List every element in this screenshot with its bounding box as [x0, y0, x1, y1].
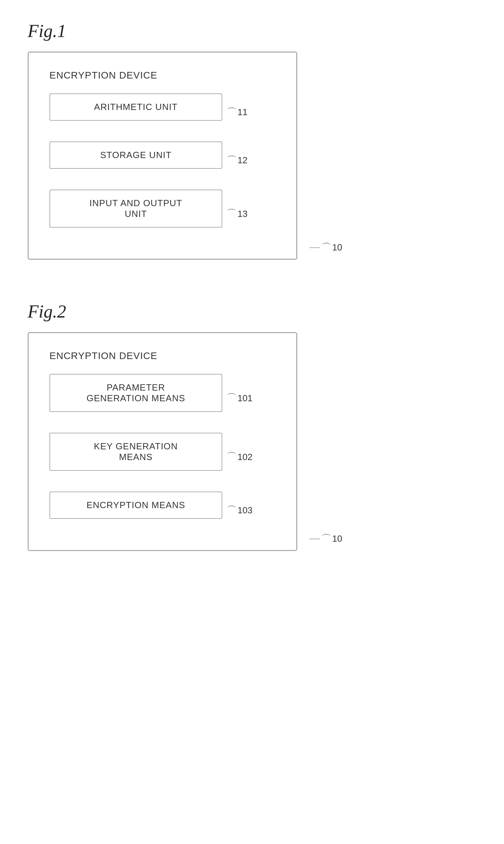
fig1-ref-12-number: 12: [237, 155, 248, 166]
fig1-storage-unit-box: STORAGE UNIT: [49, 141, 222, 169]
fig2-ref-102-number: 102: [237, 452, 252, 462]
fig2-encryption-means-box: ENCRYPTION MEANS: [49, 492, 222, 519]
fig1-io-unit-box: INPUT AND OUTPUTUNIT: [49, 190, 222, 228]
figure-1: Fig.1 ENCRYPTION DEVICE ARITHMETIC UNIT …: [28, 21, 476, 260]
fig2-outer-label: ENCRYPTION DEVICE: [49, 350, 276, 361]
fig1-ref-10-number: 10: [332, 242, 342, 253]
fig1-ref-11-number: 11: [237, 107, 248, 118]
fig2-param-gen-label: PARAMETERGENERATION MEANS: [86, 382, 185, 404]
fig2-key-gen-box: KEY GENERATIONMEANS: [49, 433, 222, 471]
fig1-row-2: STORAGE UNIT ⌒ 12: [49, 141, 248, 179]
fig2-ref-10: ⌒ 10: [309, 533, 342, 544]
fig1-ref-10: ⌒ 10: [309, 242, 342, 253]
fig1-ref-13-number: 13: [237, 209, 248, 219]
fig2-key-gen-label: KEY GENERATIONMEANS: [94, 441, 178, 462]
fig2-encryption-means-label: ENCRYPTION MEANS: [86, 500, 185, 511]
fig2-ref-103-number: 103: [237, 505, 252, 516]
fig1-storage-unit-label: STORAGE UNIT: [100, 150, 172, 160]
fig2-outer-box: ENCRYPTION DEVICE PARAMETERGENERATION ME…: [28, 332, 297, 551]
fig2-param-gen-box: PARAMETERGENERATION MEANS: [49, 374, 222, 412]
fig2-ref-102: ⌒ 102: [226, 452, 252, 462]
fig2-ref-101: ⌒ 101: [226, 393, 252, 404]
fig1-outer-box: ENCRYPTION DEVICE ARITHMETIC UNIT ⌒ 11 S…: [28, 52, 297, 260]
fig1-outer-label: ENCRYPTION DEVICE: [49, 70, 276, 81]
fig1-boxes: ARITHMETIC UNIT ⌒ 11 STORAGE UNIT ⌒ 12: [49, 93, 276, 238]
figure-2: Fig.2 ENCRYPTION DEVICE PARAMETERGENERAT…: [28, 301, 476, 551]
fig1-arithmetic-unit-label: ARITHMETIC UNIT: [94, 102, 178, 112]
fig1-io-unit-label: INPUT AND OUTPUTUNIT: [90, 198, 182, 219]
fig1-arithmetic-unit-box: ARITHMETIC UNIT: [49, 93, 222, 121]
fig1-ref-13: ⌒ 13: [226, 209, 248, 219]
fig2-row-2: KEY GENERATIONMEANS ⌒ 102: [49, 433, 252, 481]
fig2-ref-103: ⌒ 103: [226, 505, 252, 516]
fig2-row-3: ENCRYPTION MEANS ⌒ 103: [49, 492, 252, 529]
fig2-ref-10-number: 10: [332, 533, 342, 544]
fig1-ref-11: ⌒ 11: [226, 107, 248, 118]
fig1-row-1: ARITHMETIC UNIT ⌒ 11: [49, 93, 248, 131]
fig1-row-3: INPUT AND OUTPUTUNIT ⌒ 13: [49, 190, 248, 238]
fig1-ref-12: ⌒ 12: [226, 155, 248, 166]
fig2-ref-101-number: 101: [237, 393, 252, 404]
fig1-title: Fig.1: [28, 21, 476, 41]
fig2-row-1: PARAMETERGENERATION MEANS ⌒ 101: [49, 374, 252, 422]
fig2-boxes: PARAMETERGENERATION MEANS ⌒ 101 KEY GENE…: [49, 374, 276, 529]
fig2-title: Fig.2: [28, 301, 476, 322]
